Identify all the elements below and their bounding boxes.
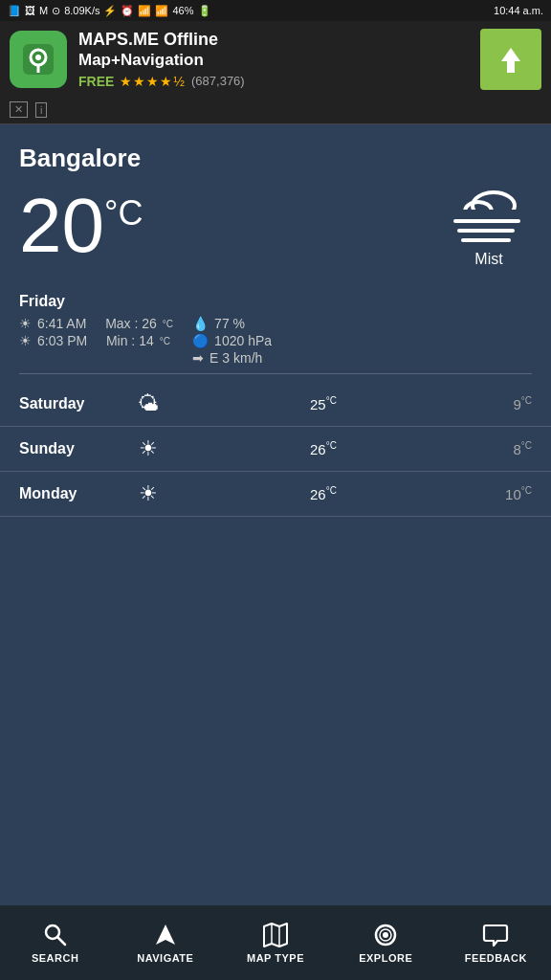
humidity-icon: 💧 xyxy=(192,316,209,331)
app-reviews: (687,376) xyxy=(191,74,245,88)
svg-marker-13 xyxy=(156,924,175,945)
main-content: Bangalore 20°C Mist xyxy=(0,124,551,293)
fb-icon: 📘 xyxy=(8,5,21,17)
city-name: Bangalore xyxy=(19,144,532,173)
nav-search[interactable]: SEARCH xyxy=(0,905,110,980)
app-info: MAPS.ME Offline Map+Navigation FREE ★★★★… xyxy=(78,30,469,89)
forecast-row-0: Saturday 🌤 25°C 9°C xyxy=(0,382,551,427)
explore-label: EXPLORE xyxy=(359,952,412,964)
max-label xyxy=(92,316,99,331)
friday-sunset: ☀ 6:03 PM Min : 14°C xyxy=(19,333,173,348)
humidity-stat: 💧 77 % xyxy=(192,316,272,331)
humidity-value: 77 % xyxy=(214,316,245,331)
download-button[interactable] xyxy=(480,29,541,90)
forecast-max-2: 26°C xyxy=(172,485,474,502)
feedback-icon xyxy=(482,922,509,948)
forecast-row-2: Monday ☀ 26°C 10°C xyxy=(0,472,551,517)
photos-icon: 🖼 xyxy=(25,5,35,16)
forecast-min-0: 9°C xyxy=(474,395,532,412)
forecast-icon-1: ☀ xyxy=(124,436,172,461)
battery-icon: 🔋 xyxy=(198,5,211,17)
wind-stat: ➡ E 3 km/h xyxy=(192,350,272,366)
temp-value: 20 xyxy=(19,183,104,268)
forecast-min-1: 8°C xyxy=(474,440,532,457)
nav-feedback[interactable]: FEEDBACK xyxy=(441,905,551,980)
wind-icon: ➡ xyxy=(192,350,204,366)
maptype-icon xyxy=(262,922,289,948)
app-banner: MAPS.ME Offline Map+Navigation FREE ★★★★… xyxy=(0,21,551,98)
friday-sunrise: ☀ 6:41 AM Max : 26°C xyxy=(19,316,173,331)
status-left: 📘 🖼 M ⊙ 8.09K/s ⚡ ⏰ 📶 📶 46% 🔋 xyxy=(8,5,211,17)
banner-controls: ✕ i xyxy=(0,98,551,124)
search-icon xyxy=(42,922,69,948)
friday-section: Friday ☀ 6:41 AM Max : 26°C ☀ 6:03 PM Mi… xyxy=(0,293,551,366)
svg-line-12 xyxy=(57,938,65,946)
nav-explore[interactable]: EXPLORE xyxy=(331,905,441,980)
mist-icon xyxy=(446,183,532,245)
status-bar: 📘 🖼 M ⊙ 8.09K/s ⚡ ⏰ 📶 📶 46% 🔋 10:44 a.m. xyxy=(0,0,551,21)
pressure-icon: 🔵 xyxy=(192,333,209,348)
pressure-stat: 🔵 1020 hPa xyxy=(192,333,272,348)
forecast-max-1: 26°C xyxy=(172,440,474,457)
clock-icon: ⊙ xyxy=(52,5,60,17)
forecast-row-1: Sunday ☀ 26°C 8°C xyxy=(0,427,551,472)
wind-value: E 3 km/h xyxy=(209,350,262,366)
svg-marker-4 xyxy=(501,48,520,73)
friday-details: ☀ 6:41 AM Max : 26°C ☀ 6:03 PM Min : 14°… xyxy=(19,316,532,366)
sunset-icon: ☀ xyxy=(19,333,32,348)
data-speed: 8.09K/s xyxy=(64,5,99,16)
forecast-icon-0: 🌤 xyxy=(124,391,172,416)
app-title: MAPS.ME Offline xyxy=(78,30,469,51)
gmail-icon: M xyxy=(39,5,48,16)
signal-icon: 📶 xyxy=(155,5,168,17)
app-stars: ★★★★½ xyxy=(120,74,186,89)
close-btn[interactable]: ✕ xyxy=(10,101,28,118)
svg-point-18 xyxy=(383,932,388,938)
min-label xyxy=(93,333,100,348)
info-btn[interactable]: i xyxy=(35,102,47,118)
explore-icon xyxy=(372,922,399,948)
forecast-icon-2: ☀ xyxy=(124,481,172,506)
divider-friday xyxy=(19,373,532,374)
svg-point-3 xyxy=(35,55,41,60)
pressure-value: 1020 hPa xyxy=(214,333,272,348)
min-value: Min : 14 xyxy=(106,333,154,348)
battery-pct: 46% xyxy=(172,5,193,16)
weather-condition: Mist xyxy=(474,251,502,268)
min-unit: °C xyxy=(160,336,170,346)
app-subtitle: Map+Navigation xyxy=(78,51,469,70)
friday-label: Friday xyxy=(19,293,532,310)
status-right: 10:44 a.m. xyxy=(494,5,543,16)
nav-maptype[interactable]: MAP TYPE xyxy=(220,905,330,980)
forecast-container: Saturday 🌤 25°C 9°C Sunday ☀ 26°C 8°C Mo… xyxy=(0,382,551,517)
weather-icon-block: Mist xyxy=(446,183,532,268)
nav-navigate[interactable]: NAVIGATE xyxy=(110,905,220,980)
sunrise-time: 6:41 AM xyxy=(37,316,86,331)
temperature-display: 20°C xyxy=(19,188,143,264)
wifi-icon: 📶 xyxy=(138,5,151,17)
time-display: 10:44 a.m. xyxy=(494,5,543,16)
app-icon xyxy=(10,31,67,88)
max-value: Max : 26 xyxy=(105,316,157,331)
alarm-icon: ⏰ xyxy=(121,5,134,17)
navigate-icon xyxy=(152,922,179,948)
forecast-min-2: 10°C xyxy=(474,485,532,502)
search-label: SEARCH xyxy=(32,952,78,964)
forecast-day-0: Saturday xyxy=(19,395,124,412)
svg-marker-14 xyxy=(264,924,287,947)
friday-sun-times: ☀ 6:41 AM Max : 26°C ☀ 6:03 PM Min : 14°… xyxy=(19,316,173,366)
sunset-time: 6:03 PM xyxy=(37,333,87,348)
temp-unit: °C xyxy=(104,193,143,233)
maptype-label: MAP TYPE xyxy=(247,952,304,964)
bluetooth-icon: ⚡ xyxy=(103,5,117,17)
forecast-max-0: 25°C xyxy=(172,395,474,412)
friday-stats: 💧 77 % 🔵 1020 hPa ➡ E 3 km/h xyxy=(192,316,272,366)
app-free-label: FREE xyxy=(78,74,114,89)
navigate-label: NAVIGATE xyxy=(137,952,193,964)
forecast-day-2: Monday xyxy=(19,485,124,502)
forecast-day-1: Sunday xyxy=(19,440,124,457)
feedback-label: FEEDBACK xyxy=(465,952,527,964)
sunrise-icon: ☀ xyxy=(19,316,32,331)
bottom-nav: SEARCH NAVIGATE MAP TYPE EXPLORE FEEDBAC… xyxy=(0,905,551,980)
weather-top: 20°C Mist xyxy=(19,183,532,268)
